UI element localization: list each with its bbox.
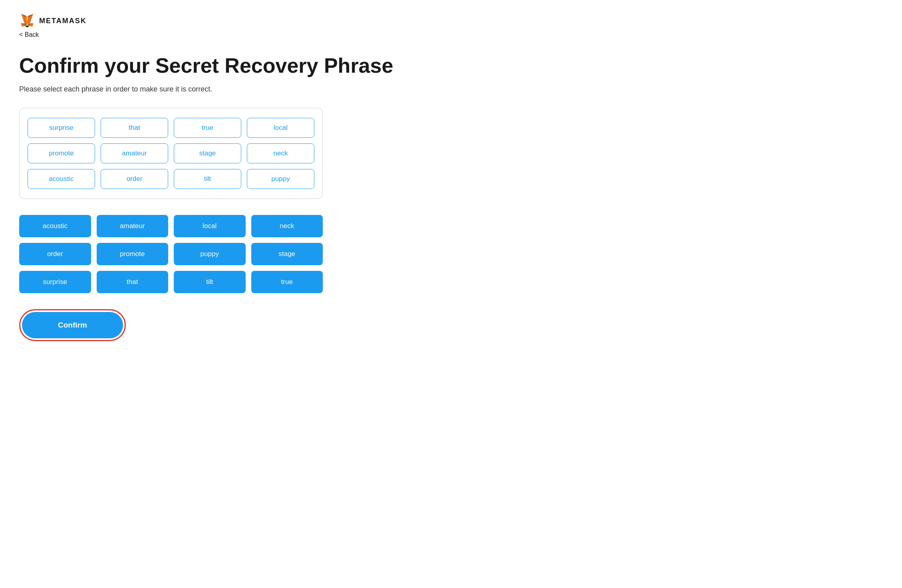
phrase-slot-5[interactable]: amateur (101, 143, 168, 163)
logo-row: METAMASK (19, 13, 883, 29)
phrase-slot-11[interactable]: puppy (247, 169, 314, 189)
page-subtitle: Please select each phrase in order to ma… (19, 85, 883, 93)
phrase-slot-4[interactable]: promote (28, 143, 95, 163)
word-chip-true[interactable]: true (251, 271, 323, 293)
phrase-slot-1[interactable]: that (101, 118, 168, 138)
word-chip-tilt[interactable]: tilt (174, 271, 246, 293)
word-chip-amateur[interactable]: amateur (97, 215, 169, 237)
metamask-logo-text: METAMASK (39, 17, 87, 25)
word-chip-acoustic[interactable]: acoustic (19, 215, 91, 237)
word-chip-surprise[interactable]: surprise (19, 271, 91, 293)
phrase-slot-9[interactable]: order (101, 169, 168, 189)
word-chip-neck[interactable]: neck (251, 215, 323, 237)
confirm-button[interactable]: Confirm (22, 312, 123, 338)
phrase-slot-7[interactable]: neck (247, 143, 314, 163)
confirm-button-wrapper: Confirm (19, 309, 126, 341)
page-title: Confirm your Secret Recovery Phrase (19, 54, 883, 77)
word-chip-order[interactable]: order (19, 243, 91, 265)
phrase-slot-8[interactable]: acoustic (28, 169, 95, 189)
phrase-slot-10[interactable]: tilt (174, 169, 241, 189)
word-grid: acousticamateurlocalneckorderpromotepupp… (19, 215, 323, 293)
metamask-logo-icon (19, 13, 35, 29)
back-button[interactable]: < Back (19, 31, 883, 38)
phrase-box: surprisethattruelocalpromoteamateurstage… (19, 108, 323, 199)
phrase-slot-0[interactable]: surprise (28, 118, 95, 138)
phrase-slot-3[interactable]: local (247, 118, 314, 138)
header: METAMASK < Back (19, 13, 883, 38)
word-chip-that[interactable]: that (97, 271, 169, 293)
word-chip-puppy[interactable]: puppy (174, 243, 246, 265)
phrase-slot-6[interactable]: stage (174, 143, 241, 163)
word-chip-stage[interactable]: stage (251, 243, 323, 265)
word-chip-promote[interactable]: promote (97, 243, 169, 265)
phrase-slot-2[interactable]: true (174, 118, 241, 138)
svg-marker-24 (26, 26, 28, 27)
word-chip-local[interactable]: local (174, 215, 246, 237)
